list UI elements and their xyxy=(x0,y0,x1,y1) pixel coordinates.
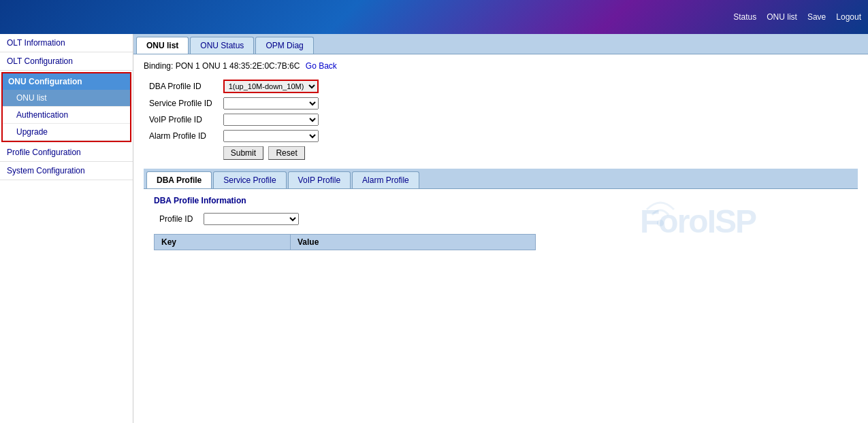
form-actions-row: Submit Reset xyxy=(144,144,324,162)
main-content: ONU list ONU Status OPM Diag Binding: PO… xyxy=(133,34,868,423)
tab-onu-list[interactable]: ONU list xyxy=(136,37,189,54)
main-tab-bar: ONU list ONU Status OPM Diag xyxy=(133,34,868,54)
service-profile-row: Service Profile ID xyxy=(144,95,324,112)
binding-info: Binding: PON 1 ONU 1 48:35:2E:0C:7B:6C G… xyxy=(144,61,858,71)
sidebar-item-olt-information[interactable]: OLT Information xyxy=(0,34,133,52)
service-profile-select[interactable] xyxy=(223,97,319,109)
onu-list-link[interactable]: ONU list xyxy=(767,12,797,22)
sidebar-item-olt-configuration[interactable]: OLT Configuration xyxy=(0,52,133,71)
dba-profile-select[interactable]: 1(up_10M-down_10M) xyxy=(223,80,319,93)
submit-button[interactable]: Submit xyxy=(223,146,263,160)
profile-id-select[interactable] xyxy=(204,213,299,225)
sidebar-item-onu-configuration[interactable]: ONU Configuration xyxy=(3,73,130,90)
alarm-profile-select[interactable] xyxy=(223,130,319,142)
voip-profile-row: VoIP Profile ID xyxy=(144,112,324,128)
col-value: Value xyxy=(291,235,536,250)
voip-profile-label: VoIP Profile ID xyxy=(144,112,218,128)
sidebar-onu-group: ONU Configuration ONU list Authenticatio… xyxy=(1,72,131,142)
sidebar-item-onu-list[interactable]: ONU list xyxy=(3,90,130,107)
watermark-text: ForoISP xyxy=(640,203,756,240)
reset-button[interactable]: Reset xyxy=(268,146,304,160)
tab-dba-profile[interactable]: DBA Profile xyxy=(146,171,212,188)
alarm-profile-label: Alarm Profile ID xyxy=(144,128,218,144)
tab-alarm-profile[interactable]: Alarm Profile xyxy=(352,171,419,188)
tab-voip-profile[interactable]: VoIP Profile xyxy=(288,171,351,188)
alarm-profile-row: Alarm Profile ID xyxy=(144,128,324,144)
content-area: Binding: PON 1 ONU 1 48:35:2E:0C:7B:6C G… xyxy=(133,54,868,264)
top-navigation: Status ONU list Save Logout xyxy=(733,12,861,22)
col-key: Key xyxy=(155,235,291,250)
sidebar-item-upgrade[interactable]: Upgrade xyxy=(3,124,130,141)
sidebar: OLT Information OLT Configuration ONU Co… xyxy=(0,34,133,423)
dba-profile-label: DBA Profile ID xyxy=(144,78,218,95)
binding-text: Binding: PON 1 ONU 1 48:35:2E:0C:7B:6C xyxy=(144,61,300,71)
sidebar-item-authentication[interactable]: Authentication xyxy=(3,107,130,124)
dba-data-table: Key Value xyxy=(154,234,536,250)
dba-profile-content: ForoISP DBA Profile Information Profile … xyxy=(144,189,858,257)
dba-profile-info-title: DBA Profile Information xyxy=(154,196,848,205)
svg-point-0 xyxy=(657,220,664,226)
tab-service-profile[interactable]: Service Profile xyxy=(213,171,286,188)
profile-id-row: Profile ID xyxy=(154,211,304,227)
profile-tab-bar: DBA Profile Service Profile VoIP Profile… xyxy=(144,169,858,189)
voip-profile-select[interactable] xyxy=(223,114,319,126)
profile-id-form: Profile ID xyxy=(154,211,304,227)
binding-form: DBA Profile ID 1(up_10M-down_10M) Servic… xyxy=(144,78,324,162)
sidebar-item-system-configuration[interactable]: System Configuration xyxy=(0,162,133,180)
save-link[interactable]: Save xyxy=(807,12,826,22)
go-back-link[interactable]: Go Back xyxy=(306,61,337,71)
dba-profile-row: DBA Profile ID 1(up_10M-down_10M) xyxy=(144,78,324,95)
table-header-row: Key Value xyxy=(155,235,536,250)
layout: OLT Information OLT Configuration ONU Co… xyxy=(0,34,868,423)
tab-opm-diag[interactable]: OPM Diag xyxy=(255,37,313,54)
tab-onu-status[interactable]: ONU Status xyxy=(190,37,254,54)
status-link[interactable]: Status xyxy=(733,12,756,22)
sidebar-item-profile-configuration[interactable]: Profile Configuration xyxy=(0,143,133,162)
service-profile-label: Service Profile ID xyxy=(144,95,218,112)
top-bar: Status ONU list Save Logout xyxy=(0,0,868,34)
table-header: Key Value xyxy=(155,235,536,250)
profile-id-label: Profile ID xyxy=(154,211,198,227)
logout-link[interactable]: Logout xyxy=(836,12,861,22)
